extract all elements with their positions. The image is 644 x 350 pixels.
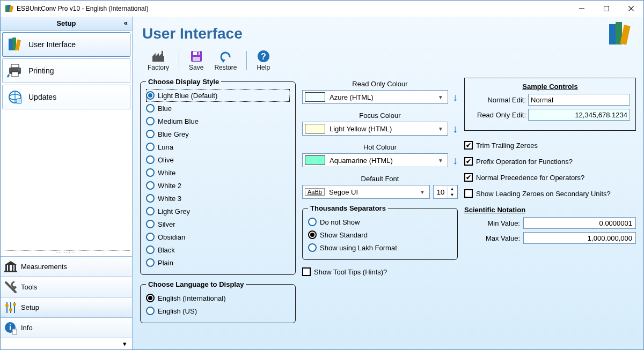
radio-label: Black (158, 246, 175, 254)
focus-colour-combo[interactable]: Light Yellow (HTML) ▼ (302, 122, 448, 136)
radio-option[interactable]: Blue (146, 102, 290, 115)
tool-label: Factory (148, 64, 169, 71)
spinner-up-icon[interactable]: ▲ (448, 186, 456, 192)
toolbar: Factory Save Restore (133, 48, 643, 75)
radio-option[interactable]: White 3 (146, 192, 290, 205)
default-font-label: Default Font (302, 175, 458, 183)
apply-arrow-icon[interactable]: ↓ (452, 154, 458, 167)
factory-icon (151, 50, 165, 63)
category-label: Setup (21, 303, 39, 311)
checkbox-icon (464, 157, 473, 166)
font-size-spinner[interactable]: ▲▼ (433, 185, 458, 199)
max-value-input[interactable] (523, 232, 636, 244)
svg-rect-10 (11, 64, 19, 68)
tooltips-checkbox[interactable]: Show Tool Tips (Hints)? (302, 265, 458, 278)
radio-label: White 2 (158, 182, 181, 190)
radio-icon (146, 181, 155, 190)
prefix-op-checkbox[interactable]: Prefix Operation for Functions? (464, 153, 636, 169)
save-button[interactable]: Save (184, 49, 209, 72)
checkbox-label: Trim Trailing Zeroes (476, 142, 538, 150)
sidebar-item-updates[interactable]: Updates (2, 85, 130, 109)
save-icon (190, 50, 203, 63)
restore-button[interactable]: Restore (209, 49, 242, 72)
precedence-checkbox[interactable]: Normal Precedence for Operators? (464, 169, 636, 185)
min-value-input[interactable] (523, 217, 636, 229)
radio-option[interactable]: English (International) (146, 292, 290, 304)
radio-option[interactable]: Medium Blue (146, 115, 290, 128)
radio-option[interactable]: Obsidian (146, 230, 290, 243)
chevron-down-icon: ▼ (436, 126, 445, 132)
close-button[interactable] (619, 1, 643, 17)
radio-option[interactable]: Do not Show (308, 215, 452, 228)
radio-icon (146, 91, 155, 100)
printer-icon (7, 63, 23, 79)
radio-icon (146, 155, 155, 164)
scientific-notation-title: Scientific Notation (464, 206, 636, 214)
radio-option[interactable]: Silver (146, 218, 290, 230)
svg-rect-33 (609, 24, 616, 44)
svg-rect-4 (604, 6, 609, 11)
category-info[interactable]: i Info (1, 317, 132, 338)
sidebar-collapse-icon[interactable]: « (124, 19, 128, 27)
radio-option[interactable]: Black (146, 243, 290, 256)
svg-marker-45 (221, 59, 225, 63)
checkbox-icon (464, 189, 473, 198)
svg-rect-21 (12, 265, 13, 271)
category-more[interactable]: ▾ (1, 338, 132, 349)
radio-option[interactable]: White 2 (146, 179, 290, 192)
normal-edit-label: Normal Edit: (470, 96, 526, 104)
sample-controls-box: Sample Controls Normal Edit: Read Only E… (464, 78, 636, 131)
svg-rect-36 (152, 56, 164, 62)
readonly-colour-combo[interactable]: Azure (HTML) ▼ (302, 90, 448, 104)
institution-icon (4, 260, 18, 274)
maximize-button[interactable] (594, 1, 619, 17)
checkbox-label: Prefix Operation for Functions? (476, 158, 573, 166)
radio-option[interactable]: Plain (146, 256, 290, 269)
combo-value: Aquamarine (HTML) (330, 157, 431, 165)
tool-label: Save (189, 64, 203, 71)
svg-text:?: ? (261, 52, 266, 61)
svg-rect-43 (197, 52, 199, 55)
factory-button[interactable]: Factory (142, 49, 174, 72)
apply-arrow-icon[interactable]: ↓ (452, 123, 458, 135)
leading-zeroes-checkbox[interactable]: Show Leading Zeroes on Secondary Units? (464, 185, 636, 202)
font-combo[interactable]: AaBb Segoe UI ▼ (302, 185, 430, 199)
svg-point-13 (18, 69, 20, 71)
books-icon (7, 36, 23, 53)
radio-option[interactable]: English (US) (146, 304, 290, 317)
category-label: Info (21, 324, 33, 332)
font-size-input[interactable] (434, 188, 448, 197)
language-group: Choose Language to Display English (Inte… (140, 280, 296, 323)
sidebar-item-user-interface[interactable]: User Interface (2, 32, 130, 57)
spinner-down-icon[interactable]: ▼ (448, 192, 456, 198)
apply-arrow-icon[interactable]: ↓ (452, 91, 458, 103)
trim-zeroes-checkbox[interactable]: Trim Trailing Zeroes (464, 137, 636, 153)
checkbox-icon (464, 141, 473, 150)
app-icon (5, 4, 13, 13)
sidebar-grip[interactable]: ········ (1, 251, 132, 256)
minimize-button[interactable] (569, 1, 594, 17)
group-legend: Choose Language to Display (146, 280, 246, 288)
help-button[interactable]: ? Help (251, 49, 275, 72)
category-setup[interactable]: Setup (1, 297, 132, 317)
category-measurements[interactable]: Measurements (1, 256, 132, 277)
radio-option[interactable]: Light Blue (Default) (146, 89, 290, 102)
radio-icon (146, 294, 155, 302)
window-title: ESBUnitConv Pro v10 - English (Internati… (17, 5, 569, 12)
radio-option[interactable]: Show using Lakh Format (308, 241, 452, 254)
hot-colour-combo[interactable]: Aquamarine (HTML) ▼ (302, 153, 448, 167)
radio-option[interactable]: White (146, 166, 290, 179)
sidebar-item-printing[interactable]: Printing (2, 58, 130, 83)
radio-label: Blue Grey (158, 130, 189, 138)
radio-option[interactable]: Luna (146, 140, 290, 153)
radio-option[interactable]: Light Grey (146, 205, 290, 218)
radio-label: Medium Blue (158, 117, 199, 125)
category-tools[interactable]: Tools (1, 277, 132, 297)
radio-option[interactable]: Olive (146, 153, 290, 166)
info-icon: i (4, 321, 18, 335)
category-label: Measurements (21, 263, 67, 271)
radio-option[interactable]: Show Standard (308, 228, 452, 241)
normal-edit-input[interactable] (528, 94, 630, 106)
combo-value: Azure (HTML) (330, 93, 431, 101)
radio-option[interactable]: Blue Grey (146, 128, 290, 140)
